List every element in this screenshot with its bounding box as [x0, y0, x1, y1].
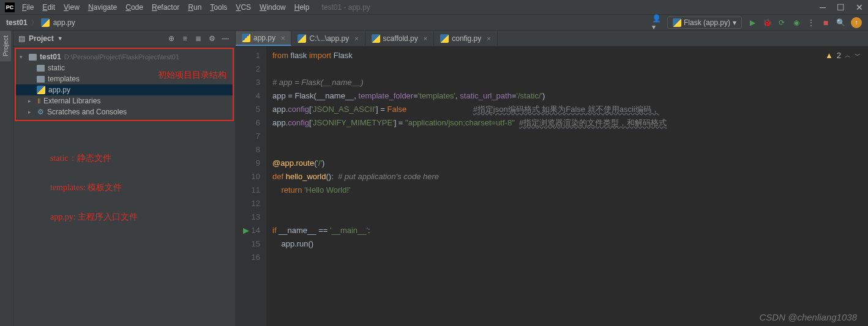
- collapse-all-icon[interactable]: ≣: [193, 34, 203, 43]
- menu-navigate[interactable]: Navigate: [88, 3, 117, 12]
- code-line[interactable]: app.run(): [272, 237, 868, 251]
- expand-icon[interactable]: ▸: [28, 98, 34, 104]
- menu-view[interactable]: View: [64, 3, 80, 12]
- user-icon[interactable]: 👤▾: [653, 18, 661, 27]
- editor-tab[interactable]: scaffold.py×: [365, 31, 435, 46]
- menu-run[interactable]: Run: [188, 3, 201, 12]
- line-number: 16: [236, 251, 260, 264]
- item-label: External Libraries: [43, 97, 100, 105]
- code-line[interactable]: app.config['JSONIFY_MIMETYPE'] = "applic…: [272, 116, 868, 130]
- menu-edit[interactable]: Edit: [42, 3, 55, 12]
- editor-tab[interactable]: config.py×: [434, 31, 497, 46]
- project-panel-header: ▤ Project ▼ ⊕ ≡ ≣ ⚙ —: [13, 31, 235, 46]
- profile-icon[interactable]: ◉: [792, 18, 801, 27]
- tree-external-libs[interactable]: ▸ ⫴ External Libraries: [16, 95, 233, 106]
- close-tab-icon[interactable]: ×: [281, 34, 285, 42]
- project-tool-button[interactable]: Project: [0, 31, 11, 61]
- more-run-icon[interactable]: ⋮: [807, 18, 815, 27]
- avatar[interactable]: ↑: [851, 17, 862, 28]
- item-label: app.py: [48, 86, 70, 94]
- breadcrumb-file: app.py: [53, 18, 75, 27]
- hide-icon[interactable]: —: [220, 34, 230, 43]
- line-number: 13: [236, 210, 260, 224]
- select-opened-file-icon[interactable]: ⊕: [166, 34, 176, 43]
- line-number: 9: [236, 157, 260, 170]
- run-icon[interactable]: ▶: [748, 18, 757, 27]
- menu-code[interactable]: Code: [125, 3, 143, 12]
- line-number: 8: [236, 143, 260, 157]
- run-config-label: Flask (app.py): [684, 18, 730, 27]
- python-file-icon: [242, 34, 250, 42]
- menu-help[interactable]: Help: [294, 3, 310, 12]
- menu-window[interactable]: Window: [260, 3, 286, 12]
- line-number: 2: [236, 62, 260, 76]
- code-line[interactable]: # app = Flask(__name__): [272, 76, 868, 89]
- breadcrumb[interactable]: test01 〉 app.py: [6, 18, 75, 27]
- menu-file[interactable]: File: [22, 3, 34, 12]
- close-tab-icon[interactable]: ×: [424, 35, 427, 42]
- maximize-icon[interactable]: ☐: [837, 2, 845, 12]
- main-menu: FileEditViewNavigateCodeRefactorRunTools…: [22, 3, 309, 12]
- code-line[interactable]: [272, 251, 868, 264]
- expand-icon[interactable]: ▸: [28, 109, 34, 115]
- tab-label: config.py: [452, 34, 481, 43]
- menu-refactor[interactable]: Refactor: [152, 3, 179, 12]
- code-line[interactable]: [272, 130, 868, 143]
- window-buttons: ─ ☐ ✕: [820, 2, 863, 12]
- code-line[interactable]: if __name__ == '__main__':: [272, 224, 868, 237]
- item-label: static: [48, 64, 65, 72]
- close-tab-icon[interactable]: ×: [354, 35, 358, 42]
- menu-tools[interactable]: Tools: [210, 3, 227, 12]
- annotation-apppy: app.py: 主程序入口文件: [50, 212, 138, 223]
- expand-icon[interactable]: ▾: [20, 54, 26, 60]
- settings-icon[interactable]: ⚙: [207, 34, 217, 43]
- coverage-icon[interactable]: ⟳: [777, 18, 786, 27]
- editor-tab[interactable]: C:\...\app.py×: [291, 31, 365, 46]
- code-line[interactable]: [272, 143, 868, 157]
- code-area[interactable]: 12345678910111213▶141516 from flask impo…: [236, 46, 868, 326]
- code-line[interactable]: app.config['JSON_AS_ASCII'] = False #指定j…: [272, 103, 868, 116]
- stop-icon[interactable]: ■: [821, 18, 830, 27]
- editor-tabs: app.py×C:\...\app.py×scaffold.py×config.…: [236, 31, 868, 46]
- line-number: ▶14: [236, 224, 260, 237]
- chevron-up-icon[interactable]: ︿: [845, 49, 851, 62]
- search-icon[interactable]: 🔍: [836, 18, 845, 27]
- code-content[interactable]: from flask import Flask # app = Flask(__…: [266, 46, 868, 326]
- code-line[interactable]: def hello_world(): # put application's c…: [272, 170, 868, 183]
- code-line[interactable]: [272, 62, 868, 76]
- tree-item-apppy[interactable]: app.py: [16, 84, 233, 95]
- close-icon[interactable]: ✕: [856, 2, 863, 12]
- menu-vcs[interactable]: VCS: [236, 3, 251, 12]
- warning-count: 2: [837, 49, 841, 62]
- editor-tab[interactable]: app.py×: [236, 31, 291, 46]
- code-line[interactable]: @app.route('/'): [272, 157, 868, 170]
- code-line[interactable]: return 'Hello World!': [272, 183, 868, 197]
- code-line[interactable]: [272, 197, 868, 210]
- tab-label: scaffold.py: [383, 34, 418, 43]
- chevron-down-icon: ▾: [733, 18, 736, 27]
- run-config-dropdown[interactable]: Flask (app.py) ▾: [667, 17, 742, 29]
- tool-window-stripe: Project: [0, 31, 13, 326]
- item-label: Scratches and Consoles: [47, 108, 127, 116]
- close-tab-icon[interactable]: ×: [487, 35, 490, 42]
- inspection-widget[interactable]: ▲ 2 ︿ ﹀: [825, 49, 861, 62]
- line-number: 15: [236, 237, 260, 251]
- line-number: 6: [236, 116, 260, 130]
- python-file-icon: [372, 34, 380, 43]
- code-line[interactable]: from flask import Flask: [272, 49, 868, 62]
- code-line[interactable]: app = Flask(__name__, template_folder='t…: [272, 89, 868, 103]
- debug-icon[interactable]: 🐞: [763, 18, 771, 27]
- flask-icon: [673, 18, 681, 27]
- expand-all-icon[interactable]: ≡: [180, 34, 190, 43]
- tree-root[interactable]: ▾ test01 D:\PersonalProject\FlaskProject…: [16, 51, 233, 62]
- annotation-tree-header: 初始项目目录结构: [158, 70, 226, 81]
- minimize-icon[interactable]: ─: [820, 2, 826, 12]
- tree-scratches[interactable]: ▸ ⚙ Scratches and Consoles: [16, 106, 233, 117]
- folder-icon: [37, 65, 45, 72]
- navigation-bar: test01 〉 app.py 👤▾ Flask (app.py) ▾ ▶ 🐞 …: [0, 15, 868, 31]
- chevron-down-icon[interactable]: ﹀: [855, 49, 861, 62]
- python-file-icon: [297, 34, 306, 43]
- folder-icon: [37, 76, 45, 83]
- chevron-down-icon[interactable]: ▼: [58, 35, 63, 42]
- code-line[interactable]: [272, 210, 868, 224]
